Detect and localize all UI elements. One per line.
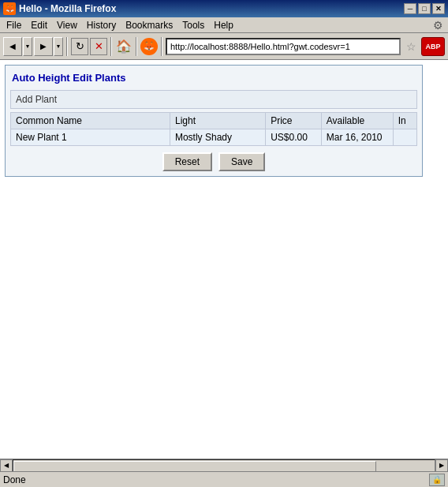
scroll-left-button[interactable]: ◀ bbox=[0, 459, 13, 472]
menu-tools[interactable]: Tools bbox=[177, 18, 209, 32]
forward-button[interactable]: ▶ bbox=[34, 37, 53, 56]
toolbar-separator-2 bbox=[110, 37, 112, 56]
abp-button[interactable]: ABP bbox=[421, 37, 445, 56]
col-in: In bbox=[393, 113, 416, 129]
button-row: Reset Save bbox=[10, 152, 417, 171]
menu-help[interactable]: Help bbox=[209, 18, 238, 32]
scroll-track[interactable] bbox=[13, 459, 435, 472]
status-text: Done bbox=[3, 474, 429, 485]
back-button[interactable]: ◀ bbox=[3, 37, 22, 56]
home-button[interactable]: 🏠 bbox=[115, 38, 133, 55]
cell-common-name: New Plant 1 bbox=[11, 129, 170, 146]
close-button[interactable]: ✕ bbox=[432, 3, 445, 14]
cell-available: Mar 16, 2010 bbox=[321, 129, 393, 146]
toolbar-separator-4 bbox=[161, 37, 162, 56]
table-row: New Plant 1 Mostly Shady US$0.00 Mar 16,… bbox=[11, 129, 417, 146]
menu-bookmarks[interactable]: Bookmarks bbox=[121, 18, 177, 32]
gwt-panel: Auto Height Edit Plants Add Plant Common… bbox=[5, 65, 423, 177]
scroll-right-button[interactable]: ▶ bbox=[435, 459, 448, 472]
panel-title: Auto Height Edit Plants bbox=[10, 70, 417, 85]
forward-dropdown-button[interactable]: ▼ bbox=[54, 37, 63, 56]
back-dropdown-button[interactable]: ▼ bbox=[23, 37, 32, 56]
col-common-name: Common Name bbox=[11, 113, 170, 129]
stop-button[interactable]: ✕ bbox=[90, 38, 107, 55]
window-title: Hello - Mozilla Firefox bbox=[19, 3, 116, 14]
toolbar-separator-3 bbox=[136, 37, 137, 56]
bookmark-star-button[interactable]: ☆ bbox=[402, 38, 420, 55]
cell-in bbox=[393, 129, 416, 146]
title-bar: 🦊 Hello - Mozilla Firefox ─ □ ✕ bbox=[0, 0, 448, 17]
url-text: http://localhost:8888/Hello.html?gwt.cod… bbox=[170, 42, 350, 51]
status-security-icon: 🔒 bbox=[429, 474, 445, 486]
toolbar-separator bbox=[66, 37, 68, 56]
menu-view[interactable]: View bbox=[52, 18, 82, 32]
menu-file[interactable]: File bbox=[2, 18, 26, 32]
settings-icon[interactable]: ⚙ bbox=[429, 17, 446, 34]
firefox-logo: 🦊 bbox=[140, 38, 158, 55]
reload-button[interactable]: ↻ bbox=[71, 38, 88, 55]
cell-light: Mostly Shady bbox=[170, 129, 265, 146]
url-bar[interactable]: http://localhost:8888/Hello.html?gwt.cod… bbox=[166, 38, 401, 55]
scroll-thumb[interactable] bbox=[13, 461, 376, 472]
plants-table: Common Name Light Price Available In New… bbox=[10, 112, 417, 146]
col-available: Available bbox=[321, 113, 393, 129]
minimize-button[interactable]: ─ bbox=[404, 3, 416, 14]
save-button[interactable]: Save bbox=[218, 152, 265, 171]
status-bar: Done 🔒 bbox=[0, 471, 448, 487]
maximize-button[interactable]: □ bbox=[418, 3, 431, 14]
add-plant-label: Add Plant bbox=[16, 94, 57, 105]
cell-price: US$0.00 bbox=[266, 129, 322, 146]
add-plant-bar: Add Plant bbox=[10, 90, 417, 109]
horizontal-scrollbar[interactable]: ◀ ▶ bbox=[0, 459, 448, 471]
menu-history[interactable]: History bbox=[82, 18, 121, 32]
col-light: Light bbox=[170, 113, 265, 129]
toolbar: ◀ ▼ ▶ ▼ ↻ ✕ 🏠 🦊 http://localhost:8888/He… bbox=[0, 33, 448, 60]
menu-bar: File Edit View History Bookmarks Tools H… bbox=[0, 17, 448, 33]
menu-edit[interactable]: Edit bbox=[26, 18, 52, 32]
app-icon: 🦊 bbox=[3, 2, 16, 15]
page-area: Auto Height Edit Plants Add Plant Common… bbox=[2, 62, 446, 440]
window-controls: ─ □ ✕ bbox=[404, 3, 445, 14]
col-price: Price bbox=[266, 113, 322, 129]
table-header-row: Common Name Light Price Available In bbox=[11, 113, 417, 129]
reset-button[interactable]: Reset bbox=[162, 152, 212, 171]
